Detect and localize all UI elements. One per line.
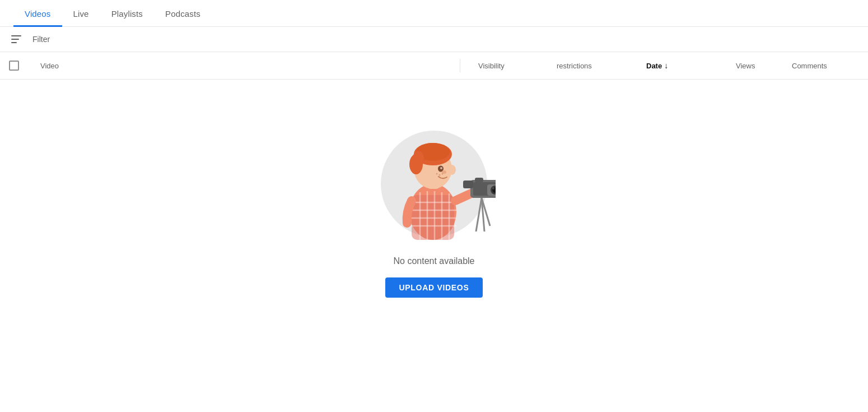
filter-label[interactable]: Filter [28, 33, 54, 46]
filter-line-3 [11, 42, 17, 43]
svg-rect-33 [475, 178, 483, 182]
tab-live[interactable]: Live [62, 0, 100, 27]
tab-videos[interactable]: Videos [13, 0, 62, 27]
svg-point-31 [492, 187, 494, 189]
empty-state-text: No content available [394, 256, 475, 266]
filter-bar: Filter [0, 27, 868, 52]
checkbox-box[interactable] [9, 61, 19, 71]
filter-line-2 [11, 39, 19, 40]
tab-playlists[interactable]: Playlists [100, 0, 154, 27]
svg-point-24 [448, 165, 456, 175]
svg-point-17 [413, 151, 424, 166]
col-header-visibility: Visibility [478, 62, 557, 70]
filter-line-1 [11, 35, 21, 36]
tabs-bar: Videos Live Playlists Podcasts [0, 0, 868, 27]
upload-videos-button[interactable]: UPLOAD VIDEOS [385, 277, 482, 298]
col-header-comments: Comments [792, 62, 859, 70]
filter-icon[interactable] [9, 33, 24, 45]
table-header: Video Visibility restrictions Date ↓ Vie… [0, 52, 868, 80]
svg-rect-37 [463, 180, 473, 188]
sort-arrow-icon: ↓ [664, 61, 668, 70]
svg-point-21 [439, 174, 441, 176]
svg-point-23 [442, 170, 446, 174]
col-header-video: Video [36, 62, 460, 70]
date-label: Date [646, 62, 662, 70]
col-header-restrictions: restrictions [557, 62, 646, 70]
illustration-container [372, 119, 496, 243]
svg-point-19 [440, 167, 442, 169]
tab-podcasts[interactable]: Podcasts [154, 0, 212, 27]
col-header-views: Views [736, 62, 792, 70]
empty-state: No content available UPLOAD VIDEOS [0, 80, 868, 349]
cameraman-illustration [372, 119, 496, 243]
col-divider [460, 59, 460, 72]
svg-point-20 [436, 173, 438, 175]
col-header-date[interactable]: Date ↓ [646, 61, 736, 70]
select-all-checkbox[interactable] [9, 61, 36, 71]
